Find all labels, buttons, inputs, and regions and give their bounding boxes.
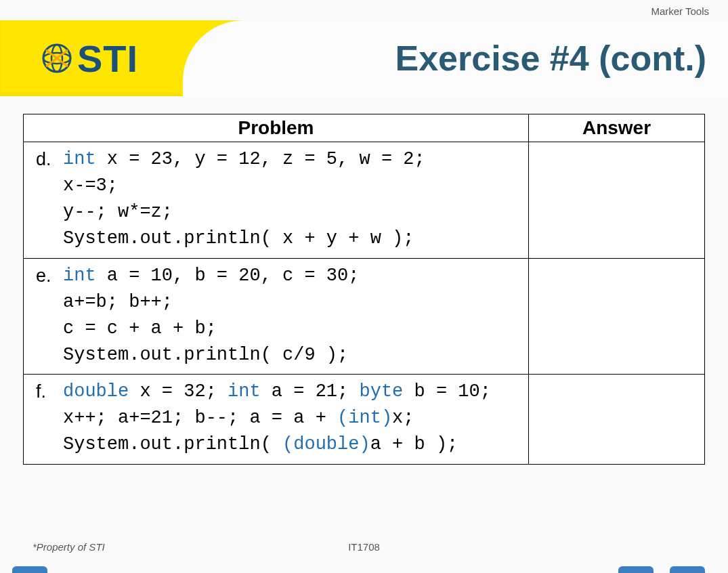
problem-cell-e: e. int a = 10, b = 20, c = 30; a+=b; b++… <box>24 258 529 375</box>
code-line: System.out.println( c/9 ); <box>63 342 520 368</box>
code-line: double x = 32; int a = 21; byte b = 10; <box>63 379 520 405</box>
code-line: int x = 23, y = 12, z = 5, w = 2; <box>63 146 520 173</box>
logo-block: STI <box>27 26 150 91</box>
header-bar: STI Exercise #4 (cont.) <box>0 20 728 96</box>
item-label: e. <box>36 263 63 289</box>
marker-tools-label: Marker Tools <box>651 5 709 17</box>
answer-cell-f <box>529 375 705 464</box>
code-line: System.out.println( x + y + w ); <box>63 226 520 252</box>
course-code: IT1708 <box>0 541 728 553</box>
code-line: x-=3; <box>63 173 520 199</box>
code-line: System.out.println( (double)a + b ); <box>63 431 520 458</box>
exercise-table: Problem Answer d. int x = 23, y = 12, z … <box>23 114 705 465</box>
nav-stub-icon <box>670 566 705 573</box>
item-label: f. <box>36 379 63 405</box>
table-row: d. int x = 23, y = 12, z = 5, w = 2; x-=… <box>24 142 705 259</box>
item-label: d. <box>36 146 63 173</box>
code-line: c = c + a + b; <box>63 316 520 342</box>
col-header-problem: Problem <box>24 114 529 142</box>
code-line: int a = 10, b = 20, c = 30; <box>63 263 520 289</box>
nav-stub-icon <box>618 566 654 573</box>
answer-cell-e <box>529 258 705 375</box>
code-line: x++; a+=21; b--; a = a + (int)x; <box>63 405 520 431</box>
nav-stub-icon <box>12 566 47 573</box>
table-row: e. int a = 10, b = 20, c = 30; a+=b; b++… <box>24 258 705 375</box>
table-row: f. double x = 32; int a = 21; byte b = 1… <box>24 375 705 464</box>
code-line: y--; w*=z; <box>63 199 520 226</box>
footer: *Property of STI IT1708 <box>0 541 728 553</box>
logo-text: STI <box>77 37 138 81</box>
problem-cell-d: d. int x = 23, y = 12, z = 5, w = 2; x-=… <box>24 142 529 259</box>
answer-cell-d <box>529 142 705 259</box>
col-header-answer: Answer <box>529 114 705 142</box>
problem-cell-f: f. double x = 32; int a = 21; byte b = 1… <box>24 375 529 464</box>
content-area: Problem Answer d. int x = 23, y = 12, z … <box>0 96 728 465</box>
globe-icon <box>39 41 74 76</box>
code-line: a+=b; b++; <box>63 289 520 316</box>
slide-title: Exercise #4 (cont.) <box>395 20 706 96</box>
